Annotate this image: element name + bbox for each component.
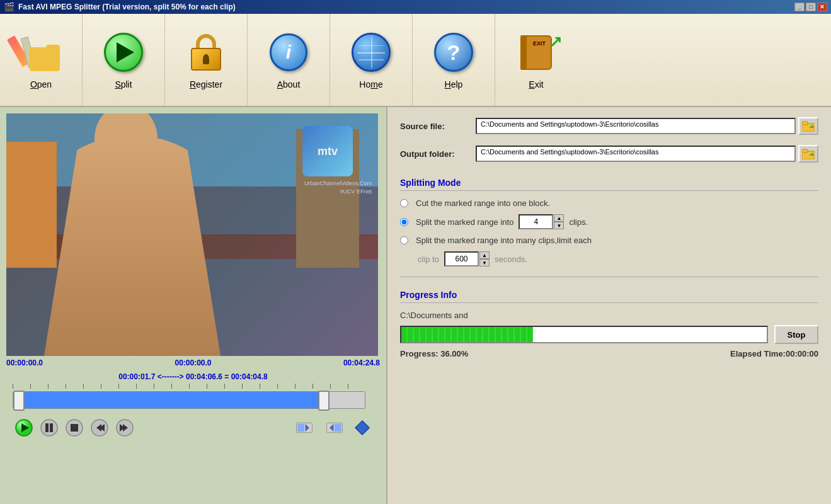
clips-down-arrow[interactable]: ▼: [554, 222, 564, 229]
mark-in-icon: [295, 419, 313, 437]
rewind-icon: [91, 419, 108, 437]
output-folder-label: Output folder:: [400, 149, 476, 159]
toolbar-register[interactable]: Register: [165, 14, 248, 106]
split-option-1-row: Cut the marked range into one block.: [400, 198, 818, 208]
help-label: Help: [445, 79, 463, 89]
stop-button[interactable]: [63, 416, 86, 439]
minimize-button[interactable]: _: [794, 3, 805, 11]
seconds-arrows: ▲ ▼: [479, 251, 490, 266]
video-display: mtv UrbanChannelVideos.Com#UCV EFnet: [6, 113, 378, 356]
tick: [154, 384, 171, 389]
scrubber-track[interactable]: [13, 391, 365, 409]
elapsed-time: Elapsed Time:00:00:00: [730, 349, 818, 358]
tick: [260, 384, 277, 389]
source-file-row: Source file: C:\Documents and Settings\u…: [400, 117, 818, 135]
split-icon: [101, 30, 146, 74]
svg-rect-3: [45, 423, 49, 432]
close-button[interactable]: ✕: [817, 3, 827, 11]
rewind-button[interactable]: [88, 416, 111, 439]
split-option-clips-radio[interactable]: [400, 218, 408, 226]
browse-folder-icon: [802, 120, 815, 132]
svg-point-2: [41, 420, 57, 436]
play-button[interactable]: [13, 416, 35, 439]
left-panel: mtv UrbanChannelVideos.Com#UCV EFnet 00:…: [0, 107, 387, 504]
window-title: Fast AVI MPEG Splitter (Trial version, s…: [18, 3, 236, 11]
tick: [224, 384, 242, 389]
tick: [348, 384, 365, 389]
tick: [83, 384, 101, 389]
toolbar-help[interactable]: ? Help: [413, 14, 495, 106]
home-label: Home: [359, 79, 382, 89]
progress-bar-fill: [401, 327, 533, 342]
mark-in-button[interactable]: [290, 416, 318, 439]
toolbar-split[interactable]: Split: [83, 14, 165, 106]
window-controls: _ □ ✕: [794, 3, 827, 11]
stop-button-progress[interactable]: Stop: [774, 325, 818, 344]
toolbar-exit[interactable]: EXIT ↗ Exit: [495, 14, 577, 106]
svg-rect-6: [71, 424, 78, 432]
maximize-button[interactable]: □: [806, 3, 816, 11]
source-file-input[interactable]: C:\Documents and Settings\uptodown-3\Esc…: [476, 118, 796, 134]
seconds-value-input[interactable]: [444, 251, 479, 266]
channel-text: UrbanChannelVideos.Com#UCV EFnet: [304, 180, 372, 195]
split-label: Split: [115, 79, 132, 89]
output-folder-input[interactable]: C:\Documents and Settings\uptodown-3\Esc…: [476, 146, 796, 162]
split-option-clips-label: Split the marked range into: [416, 217, 513, 227]
app-icon: 🎬: [4, 2, 14, 12]
browse-folder-icon-2: [802, 148, 815, 159]
forward-icon: [116, 419, 134, 437]
tick: [136, 384, 154, 389]
seconds-up-arrow[interactable]: ▲: [479, 251, 490, 259]
mark-out-icon: [326, 419, 343, 437]
right-panel: Source file: C:\Documents and Settings\u…: [387, 107, 831, 504]
seconds-label: seconds.: [495, 255, 527, 264]
progress-footer: Progress: 36.00% Elapsed Time:00:00:00: [400, 349, 818, 358]
progress-bar-container: Stop: [400, 325, 818, 344]
forward-button[interactable]: [113, 416, 136, 439]
output-folder-browse[interactable]: [798, 145, 818, 163]
split-option-cut-radio[interactable]: [400, 199, 408, 207]
clips-spinner: ▲ ▼: [519, 214, 564, 229]
time-start: 00:00:00.0: [6, 358, 43, 367]
scrubber-thumb-left[interactable]: [13, 391, 25, 411]
toolbar-home[interactable]: Home: [330, 14, 413, 106]
range-info: 00:00:01.7 <-------> 00:04:06.6 = 00:04:…: [6, 372, 380, 381]
tick: [277, 384, 295, 389]
tick-marks: [13, 384, 365, 391]
time-display: 00:00:00.0 00:00:00.0 00:04:24.8: [6, 356, 380, 370]
split-option-many-radio[interactable]: [400, 236, 408, 244]
tick: [171, 384, 189, 389]
exit-label: Exit: [529, 79, 543, 89]
toolbar-about[interactable]: i About: [248, 14, 330, 106]
timeline-area: 00:00:01.7 <-------> 00:04:06.6 = 00:04:…: [6, 370, 380, 411]
pause-icon: [40, 419, 58, 437]
pause-button[interactable]: [38, 416, 60, 439]
scrubber-thumb-right[interactable]: [318, 391, 330, 411]
toolbar-open[interactable]: Open: [0, 14, 83, 106]
tick: [30, 384, 48, 389]
open-label: Open: [30, 79, 52, 89]
play-icon: [15, 419, 33, 437]
seconds-down-arrow[interactable]: ▼: [479, 259, 490, 266]
svg-rect-4: [50, 423, 53, 432]
clips-value-input[interactable]: [519, 214, 553, 229]
progress-title: Progress Info: [400, 290, 818, 303]
tick: [242, 384, 260, 389]
clips-up-arrow[interactable]: ▲: [554, 214, 564, 222]
tick: [48, 384, 66, 389]
source-file-browse[interactable]: [798, 117, 818, 135]
keyframe-button[interactable]: [351, 416, 374, 439]
keyframe-icon: [353, 419, 371, 437]
progress-file: C:\Documents and: [400, 311, 818, 320]
stop-icon: [66, 419, 83, 437]
splitting-mode-title: Splitting Mode: [400, 178, 818, 191]
seconds-spinner: ▲ ▼: [444, 251, 490, 266]
svg-rect-21: [802, 122, 808, 125]
titlebar: 🎬 Fast AVI MPEG Splitter (Trial version,…: [0, 0, 831, 14]
mark-out-button[interactable]: [321, 416, 348, 439]
progress-percent: Progress: 36.00%: [400, 349, 468, 358]
clip-to-row: clip to ▲ ▼ seconds.: [418, 251, 818, 266]
help-icon: ?: [432, 30, 476, 74]
time-end: 00:04:24.8: [343, 358, 380, 367]
video-still: mtv UrbanChannelVideos.Com#UCV EFnet: [6, 113, 378, 356]
